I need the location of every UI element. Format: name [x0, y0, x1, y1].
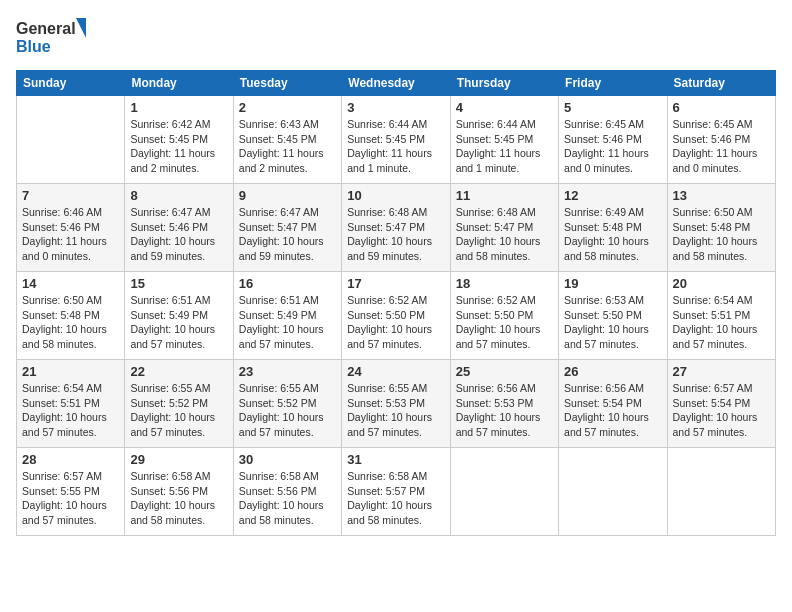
day-number: 6 [673, 100, 770, 115]
calendar-cell: 2Sunrise: 6:43 AM Sunset: 5:45 PM Daylig… [233, 96, 341, 184]
day-info: Sunrise: 6:55 AM Sunset: 5:53 PM Dayligh… [347, 381, 444, 440]
calendar-cell: 18Sunrise: 6:52 AM Sunset: 5:50 PM Dayli… [450, 272, 558, 360]
day-info: Sunrise: 6:45 AM Sunset: 5:46 PM Dayligh… [673, 117, 770, 176]
calendar-cell: 3Sunrise: 6:44 AM Sunset: 5:45 PM Daylig… [342, 96, 450, 184]
calendar-cell: 9Sunrise: 6:47 AM Sunset: 5:47 PM Daylig… [233, 184, 341, 272]
calendar: SundayMondayTuesdayWednesdayThursdayFrid… [16, 70, 776, 536]
day-info: Sunrise: 6:58 AM Sunset: 5:56 PM Dayligh… [239, 469, 336, 528]
day-number: 11 [456, 188, 553, 203]
calendar-week-row: 14Sunrise: 6:50 AM Sunset: 5:48 PM Dayli… [17, 272, 776, 360]
day-number: 4 [456, 100, 553, 115]
calendar-cell [559, 448, 667, 536]
calendar-cell [667, 448, 775, 536]
calendar-cell: 17Sunrise: 6:52 AM Sunset: 5:50 PM Dayli… [342, 272, 450, 360]
calendar-week-row: 21Sunrise: 6:54 AM Sunset: 5:51 PM Dayli… [17, 360, 776, 448]
day-number: 24 [347, 364, 444, 379]
calendar-cell: 21Sunrise: 6:54 AM Sunset: 5:51 PM Dayli… [17, 360, 125, 448]
day-info: Sunrise: 6:57 AM Sunset: 5:54 PM Dayligh… [673, 381, 770, 440]
calendar-cell: 24Sunrise: 6:55 AM Sunset: 5:53 PM Dayli… [342, 360, 450, 448]
day-number: 15 [130, 276, 227, 291]
calendar-cell: 15Sunrise: 6:51 AM Sunset: 5:49 PM Dayli… [125, 272, 233, 360]
day-info: Sunrise: 6:49 AM Sunset: 5:48 PM Dayligh… [564, 205, 661, 264]
day-number: 30 [239, 452, 336, 467]
day-info: Sunrise: 6:51 AM Sunset: 5:49 PM Dayligh… [239, 293, 336, 352]
day-info: Sunrise: 6:50 AM Sunset: 5:48 PM Dayligh… [673, 205, 770, 264]
calendar-cell: 20Sunrise: 6:54 AM Sunset: 5:51 PM Dayli… [667, 272, 775, 360]
svg-text:Blue: Blue [16, 38, 51, 55]
day-info: Sunrise: 6:58 AM Sunset: 5:57 PM Dayligh… [347, 469, 444, 528]
calendar-cell: 22Sunrise: 6:55 AM Sunset: 5:52 PM Dayli… [125, 360, 233, 448]
calendar-header-row: SundayMondayTuesdayWednesdayThursdayFrid… [17, 71, 776, 96]
calendar-cell: 7Sunrise: 6:46 AM Sunset: 5:46 PM Daylig… [17, 184, 125, 272]
calendar-cell: 28Sunrise: 6:57 AM Sunset: 5:55 PM Dayli… [17, 448, 125, 536]
calendar-cell: 8Sunrise: 6:47 AM Sunset: 5:46 PM Daylig… [125, 184, 233, 272]
day-number: 13 [673, 188, 770, 203]
day-info: Sunrise: 6:56 AM Sunset: 5:54 PM Dayligh… [564, 381, 661, 440]
day-info: Sunrise: 6:54 AM Sunset: 5:51 PM Dayligh… [22, 381, 119, 440]
day-number: 18 [456, 276, 553, 291]
weekday-header: Wednesday [342, 71, 450, 96]
calendar-cell: 11Sunrise: 6:48 AM Sunset: 5:47 PM Dayli… [450, 184, 558, 272]
day-info: Sunrise: 6:55 AM Sunset: 5:52 PM Dayligh… [239, 381, 336, 440]
calendar-week-row: 1Sunrise: 6:42 AM Sunset: 5:45 PM Daylig… [17, 96, 776, 184]
calendar-cell: 14Sunrise: 6:50 AM Sunset: 5:48 PM Dayli… [17, 272, 125, 360]
day-info: Sunrise: 6:52 AM Sunset: 5:50 PM Dayligh… [456, 293, 553, 352]
day-number: 22 [130, 364, 227, 379]
day-info: Sunrise: 6:53 AM Sunset: 5:50 PM Dayligh… [564, 293, 661, 352]
day-info: Sunrise: 6:52 AM Sunset: 5:50 PM Dayligh… [347, 293, 444, 352]
calendar-cell: 4Sunrise: 6:44 AM Sunset: 5:45 PM Daylig… [450, 96, 558, 184]
calendar-cell: 13Sunrise: 6:50 AM Sunset: 5:48 PM Dayli… [667, 184, 775, 272]
day-info: Sunrise: 6:48 AM Sunset: 5:47 PM Dayligh… [456, 205, 553, 264]
calendar-week-row: 7Sunrise: 6:46 AM Sunset: 5:46 PM Daylig… [17, 184, 776, 272]
weekday-header: Sunday [17, 71, 125, 96]
day-info: Sunrise: 6:50 AM Sunset: 5:48 PM Dayligh… [22, 293, 119, 352]
calendar-cell: 19Sunrise: 6:53 AM Sunset: 5:50 PM Dayli… [559, 272, 667, 360]
calendar-cell: 25Sunrise: 6:56 AM Sunset: 5:53 PM Dayli… [450, 360, 558, 448]
day-info: Sunrise: 6:54 AM Sunset: 5:51 PM Dayligh… [673, 293, 770, 352]
day-number: 16 [239, 276, 336, 291]
day-number: 21 [22, 364, 119, 379]
day-info: Sunrise: 6:44 AM Sunset: 5:45 PM Dayligh… [456, 117, 553, 176]
day-info: Sunrise: 6:51 AM Sunset: 5:49 PM Dayligh… [130, 293, 227, 352]
weekday-header: Saturday [667, 71, 775, 96]
day-info: Sunrise: 6:47 AM Sunset: 5:47 PM Dayligh… [239, 205, 336, 264]
weekday-header: Thursday [450, 71, 558, 96]
day-number: 1 [130, 100, 227, 115]
calendar-cell: 26Sunrise: 6:56 AM Sunset: 5:54 PM Dayli… [559, 360, 667, 448]
calendar-cell: 1Sunrise: 6:42 AM Sunset: 5:45 PM Daylig… [125, 96, 233, 184]
calendar-week-row: 28Sunrise: 6:57 AM Sunset: 5:55 PM Dayli… [17, 448, 776, 536]
calendar-cell [450, 448, 558, 536]
day-number: 31 [347, 452, 444, 467]
day-number: 17 [347, 276, 444, 291]
day-info: Sunrise: 6:57 AM Sunset: 5:55 PM Dayligh… [22, 469, 119, 528]
svg-text:General: General [16, 20, 76, 37]
day-number: 23 [239, 364, 336, 379]
calendar-cell: 16Sunrise: 6:51 AM Sunset: 5:49 PM Dayli… [233, 272, 341, 360]
logo: General Blue [16, 16, 86, 60]
day-info: Sunrise: 6:44 AM Sunset: 5:45 PM Dayligh… [347, 117, 444, 176]
day-number: 2 [239, 100, 336, 115]
day-number: 28 [22, 452, 119, 467]
calendar-cell: 29Sunrise: 6:58 AM Sunset: 5:56 PM Dayli… [125, 448, 233, 536]
day-number: 26 [564, 364, 661, 379]
day-number: 12 [564, 188, 661, 203]
day-info: Sunrise: 6:56 AM Sunset: 5:53 PM Dayligh… [456, 381, 553, 440]
day-number: 3 [347, 100, 444, 115]
day-number: 29 [130, 452, 227, 467]
header: General Blue [16, 16, 776, 60]
logo-svg: General Blue [16, 16, 86, 60]
calendar-cell: 6Sunrise: 6:45 AM Sunset: 5:46 PM Daylig… [667, 96, 775, 184]
calendar-cell: 30Sunrise: 6:58 AM Sunset: 5:56 PM Dayli… [233, 448, 341, 536]
day-number: 25 [456, 364, 553, 379]
day-info: Sunrise: 6:55 AM Sunset: 5:52 PM Dayligh… [130, 381, 227, 440]
calendar-cell [17, 96, 125, 184]
weekday-header: Tuesday [233, 71, 341, 96]
weekday-header: Friday [559, 71, 667, 96]
calendar-cell: 5Sunrise: 6:45 AM Sunset: 5:46 PM Daylig… [559, 96, 667, 184]
day-number: 14 [22, 276, 119, 291]
calendar-cell: 23Sunrise: 6:55 AM Sunset: 5:52 PM Dayli… [233, 360, 341, 448]
day-info: Sunrise: 6:48 AM Sunset: 5:47 PM Dayligh… [347, 205, 444, 264]
day-number: 27 [673, 364, 770, 379]
day-number: 8 [130, 188, 227, 203]
calendar-cell: 10Sunrise: 6:48 AM Sunset: 5:47 PM Dayli… [342, 184, 450, 272]
